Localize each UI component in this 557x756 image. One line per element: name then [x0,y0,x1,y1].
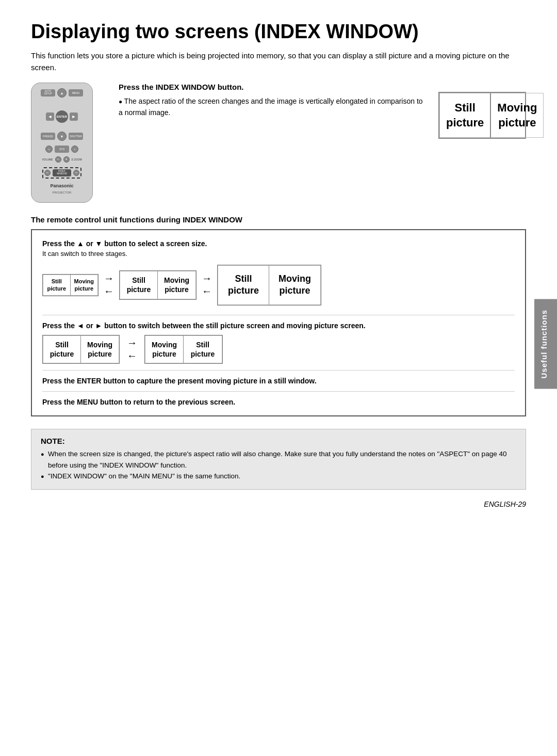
screens-row-2: Stillpicture Movingpicture → ← Movingpic… [42,335,515,364]
moving-large: Movingpicture [269,265,321,305]
note-item-2: "INDEX WINDOW" on the "MAIN MENU" is the… [41,471,516,482]
still-small: Stillpicture [43,275,71,296]
aspect-bullet: The aspect ratio of the screen changes a… [119,95,423,119]
minus-right: − [73,170,79,176]
arrow-left-1: ← [104,285,114,297]
freeze-btn: FREEZE [41,133,55,140]
arrows-right-left-2: → ← [202,272,212,297]
screens-row-1: Stillpicture Movingpicture → ← Stillpict… [42,265,515,305]
press-index-window-title: Press the INDEX WINDOW button. [119,83,423,91]
arrows-right-left-3: → ← [127,337,137,362]
functions-box: Press the ▲ or ▼ button to select a scre… [31,229,526,416]
arrows-right-left-1: → ← [104,272,114,297]
still-sm-2: Stillpicture [43,335,81,363]
std-btn: STD [55,146,69,153]
page-number: ENGLISH-29 [31,500,526,508]
projector-label: PROJECTOR [53,191,72,194]
subsection4-title: Press the MENU button to return to the p… [42,398,515,406]
arrow-right-1: → [104,272,114,284]
arrow-right-3: → [127,337,137,349]
subsection2-title: Press the ◄ or ► button to switch betwee… [42,321,515,330]
mini-screen-large: Stillpicture Movingpicture [217,265,321,305]
still-cell-top: Still picture [439,93,491,138]
remote-section-title: The remote control unit functions during… [31,215,526,224]
picture-label-1: picture [446,116,484,131]
useful-functions-tab: Useful functions [534,299,557,389]
plus-btn-left: + [45,146,53,153]
mini-screen-medium: Stillpicture Movingpicture [119,270,196,299]
still-label: Still [446,101,484,116]
picture-label-2: picture [497,116,537,131]
subsection3-title: Press the ENTER button to capture the pr… [42,377,515,385]
note-box: NOTE: When the screen size is changed, t… [31,429,526,490]
moving-medium: Movingpicture [158,271,196,299]
left-arrow-btn: ◄ [46,112,54,121]
subsection1-sub: It can switch to three stages. [42,250,515,258]
moving-small: Movingpicture [71,275,99,296]
arrow-right-2: → [202,272,212,284]
menu-btn: MENU [69,89,83,96]
moving-cell-top: Moving picture [491,93,544,138]
nav-cluster: ◄ ENTER ► [45,100,78,133]
top-section: AUTOSETUP ▲ MENU ◄ ENTER ► FREEZE ▼ SHUT [31,83,526,203]
intro-text: This function lets you store a picture w… [31,50,526,73]
still-sm-3: Stillpicture [184,335,222,363]
moving-sm-2: Movingpicture [81,335,119,363]
note-list: When the screen size is changed, the pic… [41,448,516,482]
plus-volume: + [63,156,70,163]
page-title: Displaying two screens (INDEX WINDOW) [31,21,526,43]
press-instruction: Press the INDEX WINDOW button. The aspec… [119,83,423,119]
arrow-left-3: ← [127,350,137,362]
arrow-left-2: ← [202,285,212,297]
still-medium: Stillpicture [120,271,158,299]
enter-btn: ENTER [56,110,68,123]
index-window-btn: INDEXWINDOW [53,169,71,176]
panasonic-label: Panasonic [50,183,73,188]
moving-sm-3: Movingpicture [145,335,184,363]
up-arrow-btn: ▲ [57,88,67,98]
note-title: NOTE: [41,437,516,445]
plus-btn-right: + [71,146,78,153]
minus-left: − [44,170,51,176]
down-arrow-btn: ▼ [57,132,67,141]
auto-setup-btn: AUTOSETUP [41,89,55,96]
shutter-btn: SHUTTER [69,133,83,140]
right-arrow-btn: ► [70,112,78,121]
subsection1-title: Press the ▲ or ▼ button to select a scre… [42,239,515,248]
remote-control-image: AUTOSETUP ▲ MENU ◄ ENTER ► FREEZE ▼ SHUT [31,83,103,203]
still-large: Stillpicture [218,265,269,305]
minus-volume: − [55,156,61,163]
mini-screen-moving-still: Movingpicture Stillpicture [144,335,223,364]
mini-screen-still-moving: Stillpicture Movingpicture [42,335,120,364]
moving-label: Moving [497,101,537,116]
mini-screen-small: Stillpicture Movingpicture [42,274,99,296]
index-window-display: Still picture Moving picture [438,92,526,139]
note-item-1: When the screen size is changed, the pic… [41,448,516,471]
